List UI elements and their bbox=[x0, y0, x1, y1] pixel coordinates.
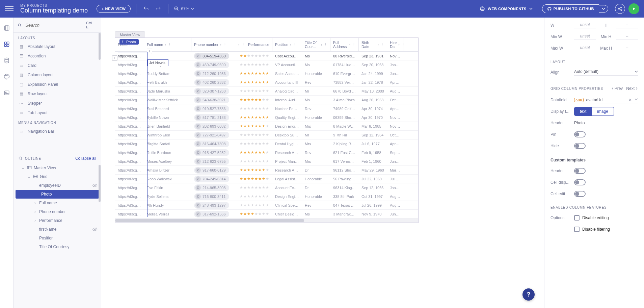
menu-icon[interactable]: ⋮ bbox=[293, 43, 297, 47]
hidden-icon[interactable] bbox=[92, 227, 98, 231]
display-text[interactable]: text bbox=[574, 107, 592, 116]
sort-icon[interactable]: ↑ bbox=[238, 43, 240, 47]
tool-accordion[interactable]: ☰ Accordion bbox=[14, 51, 101, 61]
ct-header-toggle[interactable] bbox=[574, 168, 586, 174]
grid-h-scrollbar[interactable] bbox=[115, 219, 418, 223]
zoom-control[interactable]: 67% bbox=[174, 6, 194, 11]
sort-icon[interactable]: ↑ bbox=[377, 43, 379, 47]
table-row[interactable]: https://d3cg6cex... Winthrop Elen ✆727-9… bbox=[115, 131, 418, 139]
new-view-button[interactable]: + NEW VIEW bbox=[97, 5, 131, 13]
menu-icon[interactable]: ⋮ bbox=[241, 43, 245, 47]
canvas[interactable]: Master View Photo + + Photo ↑ ⋮ Full nam… bbox=[101, 18, 544, 308]
table-row[interactable]: https://d3cg6cex... Moses Axelbey ✆212-8… bbox=[115, 157, 418, 166]
col-header-8[interactable]: Hire Da ↑ ⋮ bbox=[387, 38, 403, 51]
col-header-7[interactable]: Birth Date ↑ ⋮ bbox=[359, 38, 387, 51]
table-row[interactable]: https://d3cg6cex... Ruddy Bettam ✆212-26… bbox=[115, 69, 418, 78]
publish-button[interactable]: PUBLISH TO GITHUB bbox=[542, 4, 599, 13]
datafield-input[interactable]: ABC avatarUrl ✕ bbox=[574, 97, 638, 103]
tree-col-position[interactable]: Position bbox=[14, 234, 101, 242]
rail-views-icon[interactable] bbox=[2, 24, 11, 32]
tree-col-title-of-courtesy[interactable]: Title Of Courtesy bbox=[14, 242, 101, 251]
help-button[interactable]: ? bbox=[522, 288, 535, 301]
chevron-right-icon[interactable]: › bbox=[33, 201, 37, 205]
sort-icon[interactable]: ↑ bbox=[290, 43, 292, 47]
tool-column-layout[interactable]: ▥ Column layout bbox=[14, 70, 101, 80]
redo-icon[interactable] bbox=[154, 4, 163, 13]
col-header-2[interactable]: Phone number ↑ ⋮ bbox=[191, 38, 235, 51]
table-row[interactable]: https://d3cg6cex... Rollie Burdoun ✆915-… bbox=[115, 148, 418, 157]
minh-input[interactable]: -- bbox=[616, 34, 638, 40]
menu-icon[interactable]: ⋮ bbox=[324, 43, 327, 47]
cell-editor[interactable]: Jef Newis bbox=[147, 59, 168, 66]
prev-column[interactable]: Prev bbox=[611, 86, 623, 91]
platform-dropdown[interactable]: WEB COMPONENTS bbox=[480, 6, 533, 11]
menu-button[interactable] bbox=[5, 4, 14, 13]
chk-disable-filtering[interactable] bbox=[574, 227, 580, 232]
ct-cell-toggle[interactable] bbox=[574, 179, 586, 185]
table-row[interactable]: https://d3cg6cex... Jade Maruska ✆323-30… bbox=[115, 87, 418, 96]
tree-col-firstname[interactable]: firstName bbox=[14, 225, 101, 234]
chk-disable-editing[interactable] bbox=[574, 215, 580, 221]
header-input[interactable]: Photo bbox=[574, 120, 638, 126]
chevron-right-icon[interactable]: › bbox=[33, 218, 37, 223]
table-row[interactable]: https://d3cg6cex... Eyde Sellens ✆716-80… bbox=[115, 192, 418, 201]
tool-absolute-layout[interactable]: ▦ Absolute layout bbox=[14, 42, 101, 51]
rail-theme-icon[interactable] bbox=[2, 72, 11, 81]
menu-icon[interactable]: ⋮ bbox=[168, 43, 171, 47]
tree-col-photo[interactable]: Photo bbox=[16, 190, 99, 199]
col-header-6[interactable]: Full Address ↑ ⋮ bbox=[330, 38, 359, 51]
chevron-down-icon[interactable]: ⌄ bbox=[21, 165, 25, 170]
publish-options[interactable] bbox=[599, 5, 608, 12]
menu-icon[interactable]: ⋮ bbox=[380, 43, 384, 47]
hide-toggle[interactable] bbox=[574, 143, 586, 149]
outline-scrollbar[interactable] bbox=[98, 165, 101, 308]
menu-icon[interactable]: ⋮ bbox=[352, 43, 356, 47]
col-header-4[interactable]: Position ↑ ⋮ bbox=[272, 38, 302, 51]
preview-button[interactable] bbox=[628, 3, 639, 14]
display-image[interactable]: image bbox=[592, 107, 614, 116]
maxh-input[interactable]: -- bbox=[616, 45, 638, 51]
minw-input[interactable]: unset bbox=[574, 34, 596, 40]
table-row[interactable]: https://d3cg6cex... Walliw MacKettrick ✆… bbox=[115, 96, 418, 104]
sort-icon[interactable]: ↑ bbox=[321, 43, 323, 47]
tree-col-employeeid[interactable]: employeeID bbox=[14, 181, 101, 190]
rail-data-icon[interactable] bbox=[2, 56, 11, 65]
table-row[interactable]: https://d3cg6cex... Birgitta Sarfati ✆81… bbox=[115, 139, 418, 148]
align-select[interactable]: Auto (default) bbox=[574, 69, 638, 76]
tool-row-layout[interactable]: ▤ Row layout bbox=[14, 89, 101, 99]
add-row-button[interactable]: + bbox=[112, 55, 117, 61]
tool-expansion-panel[interactable]: ▢ Expansion Panel bbox=[14, 80, 101, 89]
rail-components-icon[interactable] bbox=[2, 40, 11, 49]
undo-icon[interactable] bbox=[142, 4, 151, 13]
col-header-3[interactable]: ↑ ⋮ Performance bbox=[235, 38, 272, 51]
toolbox-scrollbar[interactable] bbox=[98, 33, 101, 153]
tool-tab-layout[interactable]: ▭ Tab Layout bbox=[14, 108, 101, 118]
selected-column-pill[interactable]: Photo bbox=[119, 39, 139, 45]
breadcrumb[interactable]: MY PROJECTS bbox=[20, 4, 88, 7]
table-row[interactable]: https://d3cg6cex... Helli Barukh ✆402-26… bbox=[115, 78, 418, 87]
chevron-down-icon[interactable]: ⌄ bbox=[27, 174, 31, 179]
chevron-right-icon[interactable]: › bbox=[33, 209, 37, 214]
tool-navigation-bar[interactable]: ▭ Navigation Bar bbox=[14, 127, 101, 136]
table-row[interactable]: https://d3cg6cex... Eve Fitkin ✆214-965-… bbox=[115, 183, 418, 192]
maxw-input[interactable]: unset bbox=[574, 45, 596, 51]
col-header-5[interactable]: Title Of Cour... ↑ ⋮ bbox=[302, 38, 330, 51]
table-row[interactable]: https://d3cg6cex... Amalia Blitzer ✆917-… bbox=[115, 166, 418, 175]
display-toggle[interactable]: text image bbox=[574, 107, 614, 116]
sort-icon[interactable]: ↑ bbox=[164, 43, 166, 47]
hidden-icon[interactable] bbox=[92, 183, 98, 187]
tool-stepper[interactable]: ⋯ Stepper bbox=[14, 99, 101, 108]
tool-card[interactable]: ▭ Card bbox=[14, 61, 101, 70]
table-row[interactable]: https://d3cg6cex... Sybille Nower ✆517-7… bbox=[115, 113, 418, 122]
menu-icon[interactable]: ⋮ bbox=[223, 43, 227, 47]
share-button[interactable] bbox=[615, 4, 625, 14]
chevron-down-icon[interactable] bbox=[635, 98, 638, 101]
table-row[interactable]: https://d3cg6cex... Melisa Verrall ✆317-… bbox=[115, 210, 418, 219]
sort-icon[interactable]: ↑ bbox=[349, 43, 351, 47]
sort-icon[interactable]: ↑ bbox=[220, 43, 222, 47]
next-column[interactable]: Next bbox=[626, 86, 638, 91]
height-input[interactable]: -- bbox=[616, 22, 638, 28]
width-input[interactable]: unset bbox=[574, 22, 596, 28]
view-tab[interactable]: Master View bbox=[115, 31, 145, 38]
search-input[interactable] bbox=[25, 22, 83, 28]
